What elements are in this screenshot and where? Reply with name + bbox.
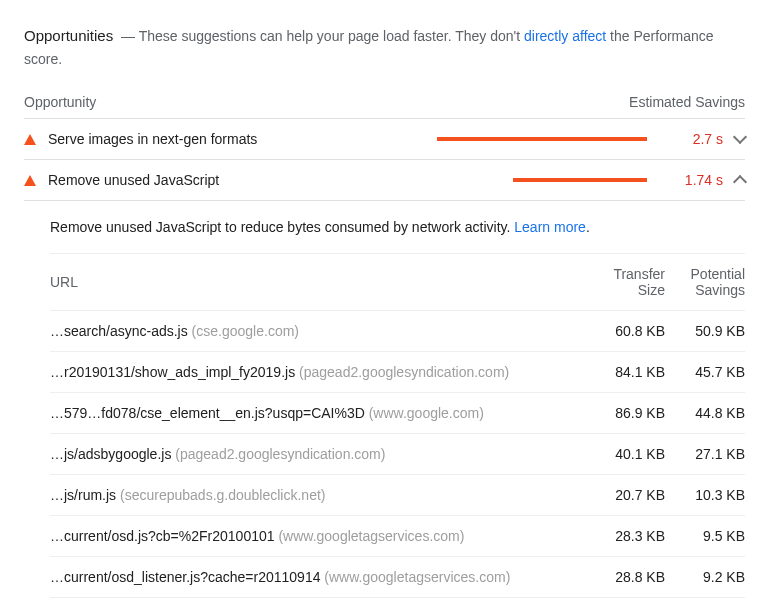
url-domain: (securepubads.g.doubleclick.net) <box>120 487 325 503</box>
warning-icon <box>24 175 36 186</box>
potential-savings-cell: 44.8 KB <box>665 405 745 421</box>
url-cell: …r20190131/show_ads_impl_fy2019.js (page… <box>50 364 585 380</box>
table-row: …current/osd.js?cb=%2Fr20100101 (www.goo… <box>50 516 745 557</box>
url-path: …current/osd.js?cb=%2Fr20100101 <box>50 528 275 544</box>
table-row: …js/rum.js (securepubads.g.doubleclick.n… <box>50 475 745 516</box>
opportunity-row-nextgen-images[interactable]: Serve images in next-gen formats 2.7 s <box>24 119 745 160</box>
opportunity-detail: Remove unused JavaScript to reduce bytes… <box>24 201 745 598</box>
transfer-size-cell: 84.1 KB <box>585 364 665 380</box>
url-domain: (cse.google.com) <box>192 323 299 339</box>
url-cell: …current/osd_listener.js?cache=r20110914… <box>50 569 585 585</box>
url-path: …579…fd078/cse_element__en.js?usqp=CAI%3… <box>50 405 365 421</box>
table-row: …579…fd078/cse_element__en.js?usqp=CAI%3… <box>50 393 745 434</box>
learn-more-link[interactable]: Learn more <box>514 219 586 235</box>
col-opportunity: Opportunity <box>24 94 629 110</box>
opportunities-desc-before: These suggestions can help your page loa… <box>139 28 524 44</box>
url-cell: …search/async-ads.js (cse.google.com) <box>50 323 585 339</box>
table-row: …r20190131/show_ads_impl_fy2019.js (page… <box>50 352 745 393</box>
potential-savings-cell: 10.3 KB <box>665 487 745 503</box>
savings-bar <box>437 178 647 182</box>
potential-savings-cell: 9.2 KB <box>665 569 745 585</box>
dash: — <box>121 28 135 44</box>
row-title: Serve images in next-gen formats <box>48 131 437 147</box>
potential-savings-cell: 50.9 KB <box>665 323 745 339</box>
transfer-size-cell: 86.9 KB <box>585 405 665 421</box>
detail-description: Remove unused JavaScript to reduce bytes… <box>50 219 745 235</box>
url-path: …js/rum.js <box>50 487 116 503</box>
url-domain: (pagead2.googlesyndication.com) <box>299 364 509 380</box>
transfer-size-cell: 40.1 KB <box>585 446 665 462</box>
detail-table-head: URL Transfer Size Potential Savings <box>50 253 745 311</box>
chevron-down-icon <box>733 130 747 144</box>
col-transfer-size: Transfer Size <box>585 266 665 298</box>
table-row: …js/adsbygoogle.js (pagead2.googlesyndic… <box>50 434 745 475</box>
url-cell: …js/adsbygoogle.js (pagead2.googlesyndic… <box>50 446 585 462</box>
url-path: …current/osd_listener.js?cache=r20110914 <box>50 569 320 585</box>
opportunities-title: Opportunities <box>24 27 113 44</box>
url-domain: (pagead2.googlesyndication.com) <box>175 446 385 462</box>
url-domain: (www.googletagservices.com) <box>324 569 510 585</box>
potential-savings-cell: 9.5 KB <box>665 528 745 544</box>
col-potential-savings: Potential Savings <box>665 266 745 298</box>
col-url: URL <box>50 274 585 290</box>
warning-icon <box>24 134 36 145</box>
potential-savings-cell: 27.1 KB <box>665 446 745 462</box>
col-savings: Estimated Savings <box>629 94 745 110</box>
url-path: …js/adsbygoogle.js <box>50 446 171 462</box>
transfer-size-cell: 20.7 KB <box>585 487 665 503</box>
column-headers: Opportunity Estimated Savings <box>24 88 745 119</box>
url-domain: (www.googletagservices.com) <box>278 528 464 544</box>
url-cell: …js/rum.js (securepubads.g.doubleclick.n… <box>50 487 585 503</box>
opportunity-row-unused-js[interactable]: Remove unused JavaScript 1.74 s <box>24 160 745 201</box>
transfer-size-cell: 28.8 KB <box>585 569 665 585</box>
row-savings: 1.74 s <box>663 172 723 188</box>
table-row: …search/async-ads.js (cse.google.com)60.… <box>50 311 745 352</box>
url-path: …r20190131/show_ads_impl_fy2019.js <box>50 364 295 380</box>
table-row: …current/osd_listener.js?cache=r20110914… <box>50 557 745 598</box>
chevron-up-icon <box>733 175 747 189</box>
potential-savings-cell: 45.7 KB <box>665 364 745 380</box>
row-title: Remove unused JavaScript <box>48 172 437 188</box>
url-path: …search/async-ads.js <box>50 323 188 339</box>
row-savings: 2.7 s <box>663 131 723 147</box>
transfer-size-cell: 28.3 KB <box>585 528 665 544</box>
transfer-size-cell: 60.8 KB <box>585 323 665 339</box>
savings-bar <box>437 137 647 141</box>
url-cell: …current/osd.js?cb=%2Fr20100101 (www.goo… <box>50 528 585 544</box>
opportunities-header: Opportunities — These suggestions can he… <box>24 24 745 70</box>
url-cell: …579…fd078/cse_element__en.js?usqp=CAI%3… <box>50 405 585 421</box>
directly-affect-link[interactable]: directly affect <box>524 28 606 44</box>
url-domain: (www.google.com) <box>369 405 484 421</box>
